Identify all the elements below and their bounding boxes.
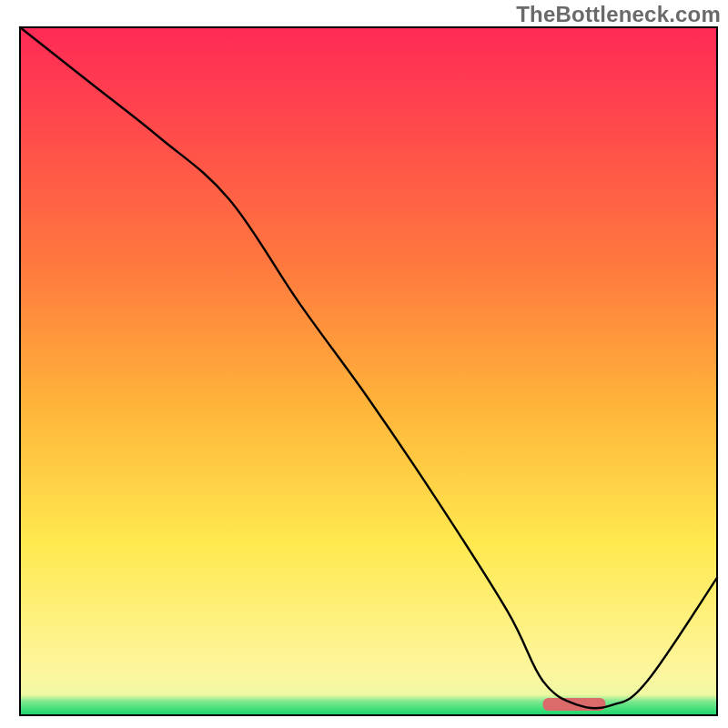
bottleneck-chart: TheBottleneck.com — [0, 0, 728, 728]
chart-svg — [0, 0, 728, 728]
plot-background — [20, 27, 717, 715]
